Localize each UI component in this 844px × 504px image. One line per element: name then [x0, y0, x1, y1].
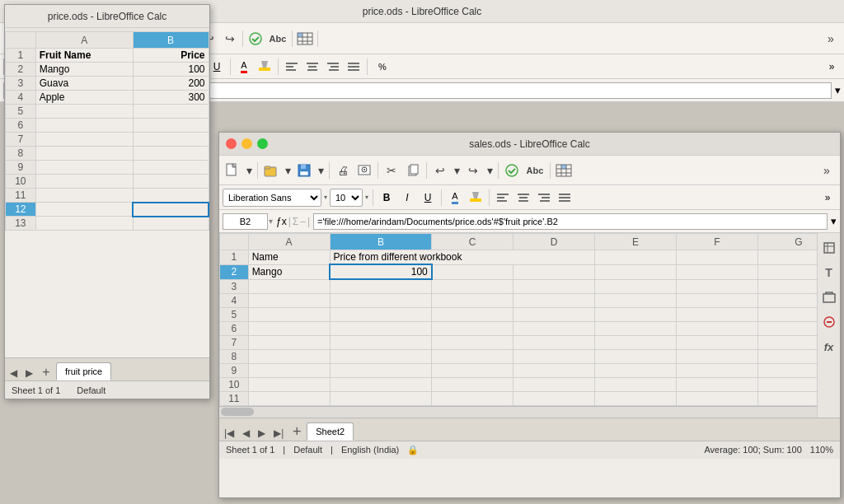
s-a2[interactable]: Mango — [248, 264, 330, 279]
cell-b1[interactable]: Price — [133, 49, 209, 63]
s-tab-first[interactable]: |◀ — [221, 426, 237, 441]
h-scrollbar[interactable] — [219, 406, 840, 418]
tab-next-btn[interactable]: ▶ — [22, 366, 36, 380]
cell-a1[interactable]: Fruit Name — [35, 49, 133, 63]
abc-btn[interactable]: Abc — [266, 29, 289, 49]
s-col-d[interactable]: D — [513, 234, 595, 250]
s-sheet-tab[interactable]: Sheet2 — [307, 422, 354, 441]
s-new-btn[interactable] — [223, 161, 242, 180]
s-cut[interactable]: ✂ — [382, 161, 401, 180]
s-table[interactable] — [554, 161, 574, 180]
redo-btn[interactable]: ↪ — [220, 29, 240, 49]
sep11 — [367, 58, 368, 75]
s-font-selector[interactable]: Liberation Sans — [223, 189, 321, 207]
svg-rect-19 — [259, 68, 270, 71]
s-spellcheck[interactable] — [502, 161, 522, 180]
cell-b2[interactable]: 100 — [133, 63, 209, 77]
cell-a2[interactable]: Mango — [35, 63, 133, 77]
minimize-btn[interactable] — [241, 138, 252, 149]
s-italic-btn[interactable]: I — [398, 189, 416, 207]
s-highlight[interactable] — [467, 189, 485, 207]
underline-btn[interactable]: U — [208, 58, 226, 76]
s-save-btn[interactable] — [294, 161, 314, 180]
s-tab-last[interactable]: ▶| — [270, 426, 287, 441]
cell-b3[interactable]: 200 — [133, 77, 209, 91]
cell-b12-active[interactable] — [133, 203, 209, 217]
s-preview[interactable] — [354, 161, 374, 180]
s-undo-dd[interactable]: ▾ — [452, 161, 462, 180]
s-tab-prev[interactable]: ◀ — [239, 426, 253, 441]
cell-b5[interactable] — [133, 105, 209, 119]
s-copy[interactable] — [403, 161, 423, 180]
price-sheet-tab[interactable]: fruit price — [56, 362, 111, 380]
cell-a4[interactable]: Apple — [35, 91, 133, 105]
maximize-btn[interactable] — [257, 138, 268, 149]
more-format-btn[interactable]: » — [823, 58, 841, 76]
s-bold-btn[interactable]: B — [377, 189, 396, 207]
s-abc[interactable]: Abc — [523, 161, 546, 180]
s-col-c[interactable]: C — [432, 234, 513, 250]
s-col-f[interactable]: F — [677, 234, 758, 250]
s-redo-dd[interactable]: ▾ — [485, 161, 495, 180]
s-align-left[interactable] — [494, 189, 512, 207]
s-print[interactable]: 🖨 — [333, 161, 353, 180]
s-justify[interactable] — [556, 189, 574, 207]
s-col-b[interactable]: B — [330, 234, 432, 250]
cell-b4[interactable]: 300 — [133, 91, 209, 105]
more-btn[interactable]: » — [821, 29, 841, 49]
panel-btn-4[interactable] — [819, 312, 839, 332]
panel-btn-2[interactable]: T — [819, 263, 839, 282]
s-open-dd[interactable]: ▾ — [283, 161, 293, 180]
spellcheck-btn[interactable] — [246, 29, 265, 49]
tab-add-btn[interactable]: + — [38, 364, 54, 380]
s-more[interactable]: » — [817, 161, 837, 180]
s-align-right[interactable] — [535, 189, 553, 207]
tab-prev-btn[interactable]: ◀ — [7, 366, 21, 380]
justify-btn[interactable] — [345, 58, 363, 76]
s-more-format[interactable]: » — [818, 189, 837, 207]
col-header-b[interactable]: B — [133, 32, 209, 49]
s-formula-input[interactable] — [313, 213, 828, 230]
align-left-btn[interactable] — [283, 58, 301, 76]
s-tab-add[interactable]: + — [288, 424, 305, 441]
s-col-a[interactable]: A — [248, 234, 330, 250]
table-row: 5 — [6, 105, 209, 119]
s-a1[interactable]: Name — [248, 250, 330, 265]
s-col-e[interactable]: E — [595, 234, 677, 250]
h-scrollbar-thumb[interactable] — [221, 408, 254, 416]
font-color-btn[interactable]: A — [235, 58, 253, 76]
highlight-btn[interactable] — [256, 58, 274, 76]
panel-btn-3[interactable] — [819, 287, 839, 307]
s-open-btn[interactable] — [261, 161, 281, 180]
formula-expand-btn[interactable]: ▾ — [835, 84, 841, 96]
table-row: 10 — [6, 175, 209, 189]
s-b2[interactable]: 100 — [330, 264, 432, 279]
s-redo[interactable]: ↪ — [463, 161, 483, 180]
s-tab-next[interactable]: ▶ — [255, 426, 269, 441]
s-formula-expand[interactable]: ▾ — [831, 215, 837, 227]
s-size-selector[interactable]: 10 — [330, 189, 363, 207]
s-font-color[interactable]: A — [446, 189, 464, 207]
s-cell-ref[interactable] — [223, 213, 268, 230]
s-save-dd[interactable]: ▾ — [316, 161, 326, 180]
cell-a3[interactable]: Guava — [35, 77, 133, 91]
s-align-center[interactable] — [514, 189, 532, 207]
cell-a5[interactable] — [35, 105, 133, 119]
s-undo[interactable]: ↩ — [430, 161, 450, 180]
close-btn[interactable] — [226, 138, 237, 149]
col-header-a[interactable]: A — [35, 32, 133, 49]
s-underline-btn[interactable]: U — [419, 189, 437, 207]
panel-btn-5[interactable]: fx — [819, 337, 839, 357]
s-status-locale: English (India) — [341, 445, 399, 455]
s-new-dd[interactable]: ▾ — [244, 161, 254, 180]
price-tab-bar: ◀ ▶ + fruit price — [5, 357, 209, 380]
align-right-btn[interactable] — [324, 58, 342, 76]
s-sep5 — [498, 162, 499, 179]
align-center-btn[interactable] — [303, 58, 321, 76]
table-btn[interactable] — [295, 29, 315, 49]
panel-btn-1[interactable] — [819, 238, 839, 258]
percent-btn[interactable]: % — [372, 58, 393, 76]
s-func-btn[interactable]: ƒx — [276, 216, 287, 227]
s-b1[interactable]: Price from different workbook — [330, 250, 595, 265]
price-table: A B 1 Fruit Name Price 2 Mango 100 3 Gua… — [5, 31, 209, 231]
